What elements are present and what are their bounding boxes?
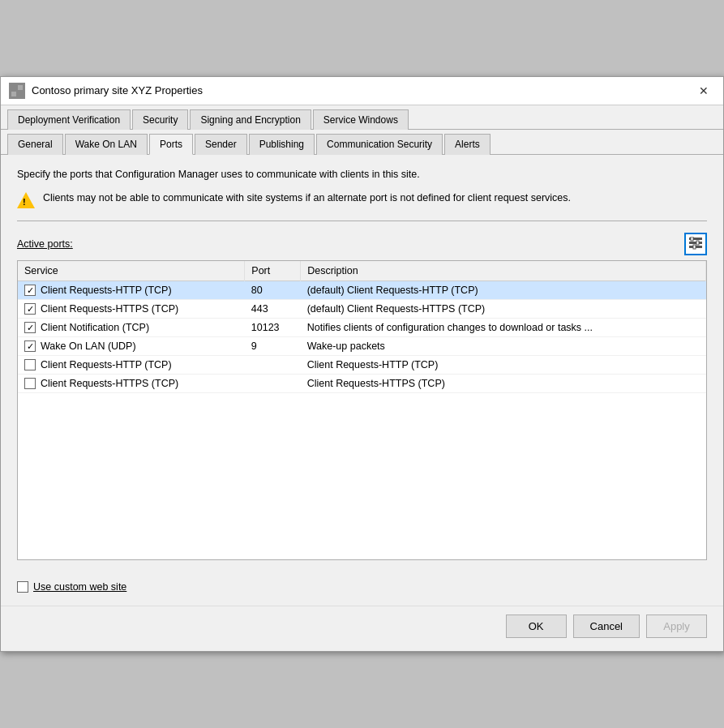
col-port: Port (245, 261, 301, 281)
cell-port (245, 375, 301, 393)
cell-description: Wake-up packets (301, 337, 706, 356)
close-button[interactable]: ✕ (692, 82, 715, 100)
warning-box: Clients may not be able to communicate w… (17, 191, 707, 209)
cell-service: Wake On LAN (UDP) (18, 337, 245, 356)
row-checkbox[interactable] (24, 303, 36, 315)
row-checkbox[interactable] (24, 285, 36, 296)
svg-rect-5 (689, 242, 702, 244)
tab-sender[interactable]: Sender (195, 134, 247, 155)
svg-rect-9 (693, 245, 696, 249)
row-checkbox[interactable] (24, 359, 36, 370)
cancel-button[interactable]: Cancel (573, 615, 640, 638)
svg-rect-1 (18, 85, 23, 90)
tab-communication-security[interactable]: Communication Security (316, 134, 443, 155)
cell-port: 443 (245, 300, 301, 319)
col-description: Description (301, 261, 706, 281)
row-checkbox[interactable] (24, 340, 36, 352)
active-ports-label: Active ports: (17, 238, 73, 250)
table-row[interactable]: Client Requests-HTTP (TCP)80(default) Cl… (18, 281, 706, 300)
table-row[interactable]: Client Requests-HTTP (TCP)Client Request… (18, 356, 706, 375)
footer: OK Cancel Apply (1, 606, 723, 651)
window-icon (9, 83, 25, 99)
ports-table-container: Service Port Description Client Requests… (17, 260, 707, 560)
col-service: Service (18, 261, 245, 281)
apply-button[interactable]: Apply (646, 615, 707, 638)
active-ports-header: Active ports: (17, 233, 707, 255)
row-checkbox[interactable] (24, 322, 36, 333)
tab-signing-and-encryption[interactable]: Signing and Encryption (190, 109, 311, 130)
title-bar: Contoso primary site XYZ Properties ✕ (1, 77, 723, 105)
cell-port: 80 (245, 281, 301, 300)
cell-service: Client Notification (TCP) (18, 319, 245, 337)
ports-settings-icon (688, 237, 703, 251)
cell-description: Client Requests-HTTP (TCP) (301, 356, 706, 375)
table-row[interactable]: Client Requests-HTTPS (TCP)443(default) … (18, 300, 706, 319)
tab-alerts[interactable]: Alerts (444, 134, 491, 155)
row-checkbox[interactable] (24, 378, 36, 389)
tab-publishing[interactable]: Publishing (249, 134, 315, 155)
custom-website-checkbox[interactable] (17, 581, 28, 593)
custom-website-label[interactable]: Use custom web site (33, 581, 126, 593)
ok-button[interactable]: OK (506, 615, 567, 638)
svg-rect-2 (11, 92, 16, 96)
custom-website-option: Use custom web site (17, 581, 126, 593)
svg-rect-8 (696, 241, 699, 245)
cell-port (245, 356, 301, 375)
cell-description: (default) Client Requests-HTTPS (TCP) (301, 300, 706, 319)
table-row[interactable]: Wake On LAN (UDP)9Wake-up packets (18, 337, 706, 356)
tab-wake-on-lan[interactable]: Wake On LAN (65, 134, 148, 155)
tab-service-windows[interactable]: Service Windows (313, 109, 409, 130)
svg-rect-7 (691, 237, 693, 241)
cell-port: 10123 (245, 319, 301, 337)
content-area: Specify the ports that Configuration Man… (1, 155, 723, 574)
cell-description: Client Requests-HTTPS (TCP) (301, 375, 706, 393)
tab-ports[interactable]: Ports (149, 134, 193, 155)
tabs-row1: Deployment Verification Security Signing… (1, 105, 723, 130)
cell-service: Client Requests-HTTPS (TCP) (18, 375, 245, 393)
divider (17, 221, 707, 221)
ports-table: Service Port Description Client Requests… (18, 261, 706, 393)
ports-settings-button[interactable] (684, 233, 707, 255)
tab-security[interactable]: Security (132, 109, 188, 130)
svg-rect-3 (18, 92, 23, 96)
cell-port: 9 (245, 337, 301, 356)
warning-icon (17, 191, 35, 209)
cell-description: Notifies clients of configuration change… (301, 319, 706, 337)
cell-service: Client Requests-HTTPS (TCP) (18, 300, 245, 319)
bottom-section: Use custom web site (1, 573, 723, 606)
description-text: Specify the ports that Configuration Man… (17, 168, 707, 182)
cell-service: Client Requests-HTTP (TCP) (18, 356, 245, 375)
main-window: Contoso primary site XYZ Properties ✕ De… (0, 76, 724, 653)
cell-description: (default) Client Requests-HTTP (TCP) (301, 281, 706, 300)
svg-rect-0 (11, 85, 16, 90)
cell-service: Client Requests-HTTP (TCP) (18, 281, 245, 300)
table-row[interactable]: Client Notification (TCP)10123Notifies c… (18, 319, 706, 337)
window-title: Contoso primary site XYZ Properties (32, 84, 203, 96)
tabs-row2: General Wake On LAN Ports Sender Publish… (1, 130, 723, 155)
warning-text: Clients may not be able to communicate w… (43, 191, 571, 206)
tab-general[interactable]: General (7, 134, 63, 155)
tab-deployment-verification[interactable]: Deployment Verification (7, 109, 131, 130)
table-row[interactable]: Client Requests-HTTPS (TCP)Client Reques… (18, 375, 706, 393)
